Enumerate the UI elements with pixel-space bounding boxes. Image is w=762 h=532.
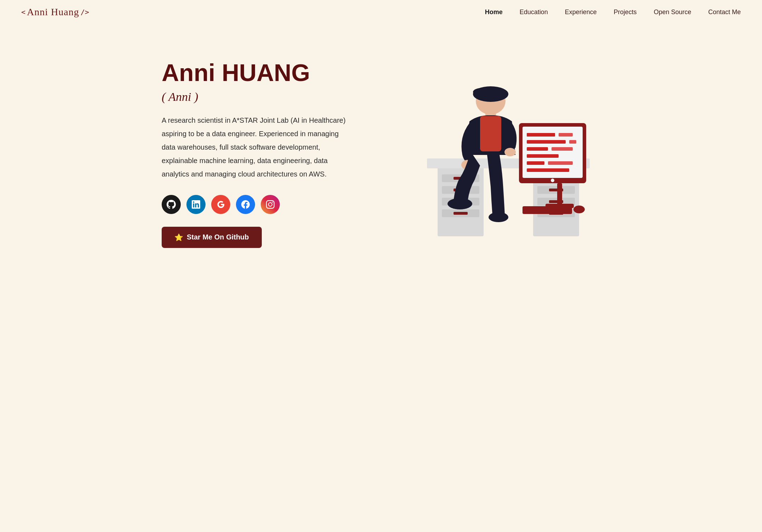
nav-item-opensource[interactable]: Open Source	[654, 8, 691, 16]
svg-rect-32	[548, 161, 573, 165]
svg-point-34	[551, 179, 554, 182]
linkedin-icon[interactable]	[186, 195, 206, 214]
svg-point-43	[504, 148, 516, 156]
svg-rect-24	[527, 133, 555, 137]
svg-rect-35	[523, 206, 572, 214]
right-section	[346, 45, 600, 250]
svg-point-44	[448, 198, 472, 209]
social-icons-container	[162, 195, 346, 214]
nav-link-projects[interactable]: Projects	[614, 8, 637, 16]
nav-item-experience[interactable]: Experience	[565, 8, 597, 16]
nav-link-contact[interactable]: Contact Me	[708, 8, 741, 16]
svg-rect-27	[569, 140, 576, 144]
left-section: Anni HUANG ( Anni ) A research scientist…	[162, 45, 346, 248]
logo-bracket-close: />	[81, 8, 89, 16]
github-icon[interactable]	[162, 195, 181, 214]
hero-illustration	[353, 52, 593, 250]
nav-item-education[interactable]: Education	[520, 8, 548, 16]
logo[interactable]: < Anni Huang />	[21, 6, 89, 18]
svg-rect-28	[527, 147, 548, 151]
nav-item-contact[interactable]: Contact Me	[708, 8, 741, 16]
svg-rect-30	[527, 154, 559, 158]
svg-rect-29	[552, 147, 573, 151]
google-icon[interactable]	[211, 195, 230, 214]
nav-item-projects[interactable]: Projects	[614, 8, 637, 16]
nav-links: Home Education Experience Projects Open …	[485, 8, 741, 16]
svg-point-39	[473, 88, 494, 96]
svg-rect-20	[557, 183, 562, 205]
star-icon: ⭐	[174, 233, 183, 242]
nav-link-home[interactable]: Home	[485, 8, 503, 16]
svg-rect-8	[454, 212, 468, 215]
nav-link-experience[interactable]: Experience	[565, 8, 597, 16]
hero-name: Anni HUANG	[162, 59, 346, 86]
facebook-icon[interactable]	[236, 195, 255, 214]
main-content: Anni HUANG ( Anni ) A research scientist…	[133, 24, 629, 265]
nav-link-opensource[interactable]: Open Source	[654, 8, 691, 16]
svg-rect-33	[527, 168, 569, 172]
svg-rect-25	[559, 133, 573, 137]
navbar: < Anni Huang /> Home Education Experienc…	[0, 0, 762, 24]
star-button-label: Star Me On Github	[187, 233, 249, 241]
hero-description: A research scientist in A*STAR Joint Lab…	[162, 114, 346, 181]
logo-bracket-open: <	[21, 8, 25, 16]
svg-point-36	[573, 206, 585, 213]
nav-link-education[interactable]: Education	[520, 8, 548, 16]
svg-rect-41	[480, 116, 501, 151]
hero-nickname: ( Anni )	[162, 90, 346, 104]
star-github-button[interactable]: ⭐ Star Me On Github	[162, 227, 262, 248]
svg-rect-26	[527, 140, 566, 144]
nav-item-home[interactable]: Home	[485, 8, 503, 16]
instagram-icon[interactable]	[261, 195, 280, 214]
logo-signature: Anni Huang	[27, 6, 79, 18]
svg-point-45	[489, 212, 508, 222]
svg-rect-31	[527, 161, 544, 165]
